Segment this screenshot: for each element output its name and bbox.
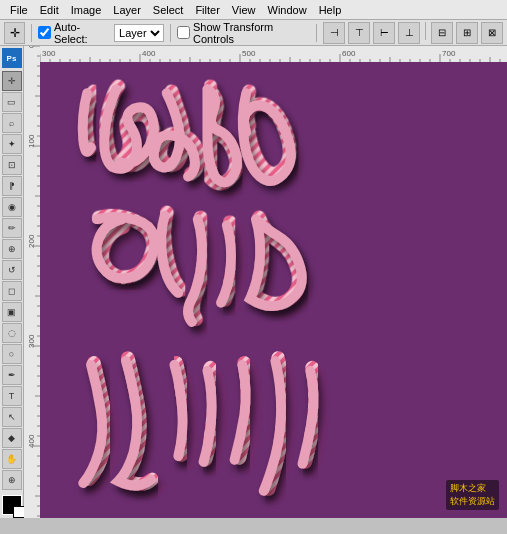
canvas-area[interactable]: .candy-stroke { fill: none; stroke: url(… [24,46,507,518]
shape-tool[interactable]: ◆ [2,428,22,448]
eraser-tool[interactable]: ◻ [2,281,22,301]
ps-logo: Ps [2,48,22,68]
menu-view[interactable]: View [226,2,262,18]
move-tool-btn[interactable]: ✛ [4,22,25,44]
distribute-btn-1[interactable]: ⊟ [431,22,453,44]
menu-select[interactable]: Select [147,2,190,18]
toolbar-separator-1 [31,24,32,42]
type-tool[interactable]: T [2,386,22,406]
align-btn-3[interactable]: ⊢ [373,22,395,44]
path-select-tool[interactable]: ↖ [2,407,22,427]
menu-layer[interactable]: Layer [107,2,147,18]
main-area: Ps ✛ ▭ ⌕ ✦ ⊡ ⁋ ◉ ✏ ⊕ ↺ ◻ ▣ ◌ ○ ✒ T ↖ ◆ ✋… [0,46,507,518]
gradient-tool[interactable]: ▣ [2,302,22,322]
auto-select-checkbox[interactable] [38,26,51,39]
background-color[interactable] [13,506,25,518]
canvas-content: .candy-stroke { fill: none; stroke: url(… [40,62,507,518]
align-btn-1[interactable]: ⊣ [323,22,345,44]
lasso-tool[interactable]: ⌕ [2,113,22,133]
menu-bar: File Edit Image Layer Select Filter View… [0,0,507,20]
hand-tool[interactable]: ✋ [2,449,22,469]
show-transform-label: Show Transform Controls [177,21,310,45]
toolbar: ✛ Auto-Select: Layer Show Transform Cont… [0,20,507,46]
align-btn-4[interactable]: ⊥ [398,22,420,44]
toolbar-separator-4 [425,22,426,40]
foreground-color[interactable] [2,495,22,515]
history-brush-tool[interactable]: ↺ [2,260,22,280]
toolbar-separator-3 [316,24,317,42]
toolbar-separator-2 [170,24,171,42]
layer-select[interactable]: Layer [114,24,164,42]
distribute-btn-2[interactable]: ⊞ [456,22,478,44]
menu-edit[interactable]: Edit [34,2,65,18]
healing-tool[interactable]: ◉ [2,197,22,217]
eyedropper-tool[interactable]: ⁋ [2,176,22,196]
brush-tool[interactable]: ✏ [2,218,22,238]
blur-tool[interactable]: ◌ [2,323,22,343]
ruler-top [40,46,507,62]
watermark-line2: 软件资源站 [450,495,495,508]
menu-help[interactable]: Help [313,2,348,18]
left-toolbar: Ps ✛ ▭ ⌕ ✦ ⊡ ⁋ ◉ ✏ ⊕ ↺ ◻ ▣ ◌ ○ ✒ T ↖ ◆ ✋… [0,46,24,518]
show-transform-checkbox[interactable] [177,26,190,39]
watermark-line1: 脚木之家 [450,482,495,495]
menu-window[interactable]: Window [262,2,313,18]
clone-stamp-tool[interactable]: ⊕ [2,239,22,259]
menu-filter[interactable]: Filter [189,2,225,18]
move-tool[interactable]: ✛ [2,71,22,91]
menu-file[interactable]: File [4,2,34,18]
pen-tool[interactable]: ✒ [2,365,22,385]
magic-wand-tool[interactable]: ✦ [2,134,22,154]
menu-image[interactable]: Image [65,2,108,18]
marquee-tool[interactable]: ▭ [2,92,22,112]
auto-select-label: Auto-Select: [38,21,110,45]
dodge-tool[interactable]: ○ [2,344,22,364]
ruler-left [24,46,40,518]
distribute-btn-3[interactable]: ⊠ [481,22,503,44]
align-btn-2[interactable]: ⊤ [348,22,370,44]
candy-typography-svg: .candy-stroke { fill: none; stroke: url(… [40,62,507,518]
watermark: 脚木之家 软件资源站 [446,480,499,510]
zoom-tool[interactable]: ⊕ [2,470,22,490]
crop-tool[interactable]: ⊡ [2,155,22,175]
